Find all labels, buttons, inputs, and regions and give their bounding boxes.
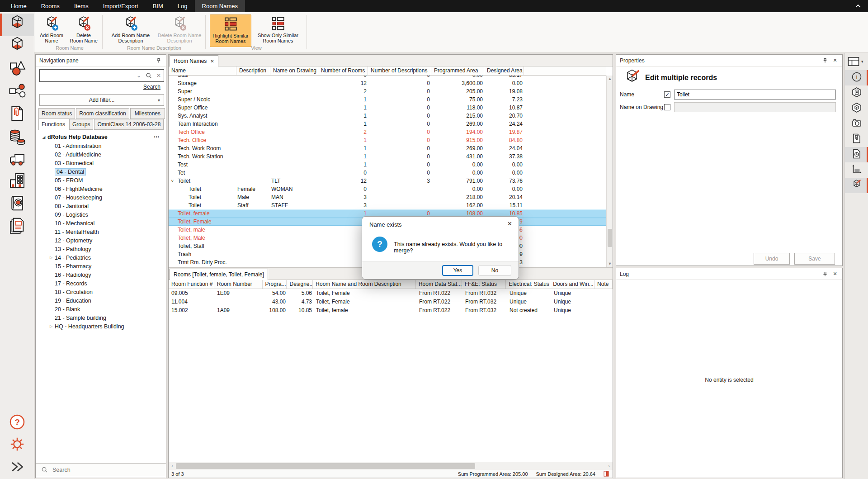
- add-room-name-description-button[interactable]: Add Room Name Description: [106, 14, 156, 47]
- sidebar-item-expand[interactable]: [0, 456, 34, 479]
- nav-bottom-search-input[interactable]: [52, 467, 166, 473]
- field-input-name-on-drawing[interactable]: [674, 102, 836, 112]
- tree-collapsed-icon[interactable]: ▷: [48, 256, 54, 260]
- sidebar-item-catalog[interactable]: [0, 194, 34, 216]
- sidebar-item-documents[interactable]: [0, 103, 34, 126]
- tab-groups[interactable]: Groups: [69, 119, 93, 130]
- tool-item-graph[interactable]: [845, 162, 868, 178]
- titlebar-tab-items[interactable]: Items: [67, 0, 96, 12]
- tree-item[interactable]: 01 - Administration: [36, 142, 166, 150]
- column-header-designed-area[interactable]: Designed Area: [484, 66, 524, 75]
- tree-menu-icon[interactable]: •••: [154, 135, 160, 139]
- tree-item[interactable]: 15 - Pharmacy: [36, 262, 166, 270]
- tree-item[interactable]: 10 - Mechanical: [36, 219, 166, 228]
- add-room-name-button[interactable]: Add Room Name: [37, 14, 66, 47]
- sidebar-item-items[interactable]: [0, 58, 34, 81]
- scrollbar-thumb[interactable]: [608, 229, 612, 247]
- table-row[interactable]: Tech Office20194.0019.87: [169, 128, 607, 136]
- sidebar-item-logistics[interactable]: [0, 149, 34, 171]
- search-clear-icon[interactable]: ✕: [154, 72, 164, 79]
- table-row[interactable]: Super20205.0019.08: [169, 87, 607, 95]
- close-icon[interactable]: ✕: [831, 270, 839, 278]
- column-header-designe-[interactable]: Designe...: [287, 280, 313, 289]
- tab-omniclass-14-2006-03-28[interactable]: OmniClass 14 2006-03-28: [94, 119, 164, 130]
- tree-item[interactable]: 02 - AdultMedicine: [36, 150, 166, 159]
- tree-item[interactable]: 03 - Biomedical: [36, 159, 166, 167]
- tab-milestones[interactable]: Milestones: [130, 108, 165, 119]
- column-header-room-number[interactable]: Room Number: [214, 280, 263, 289]
- tool-item-info[interactable]: i: [845, 70, 868, 85]
- ribbon-collapse-icon[interactable]: [854, 3, 862, 10]
- column-header-ff-e-status[interactable]: FF&E: Status: [462, 280, 506, 289]
- table-row[interactable]: Stall000.0085.17: [169, 76, 607, 79]
- tree-item[interactable]: 05 - EROM: [36, 176, 166, 185]
- titlebar-tab-log[interactable]: Log: [170, 0, 195, 12]
- sidebar-item-room-function[interactable]: [0, 35, 34, 58]
- tree-item[interactable]: 19 - Education: [36, 296, 166, 305]
- tree-item[interactable]: 12 - Optometry: [36, 236, 166, 245]
- tool-item-images[interactable]: [845, 116, 868, 132]
- tree-item[interactable]: ▷HQ - Headquarters Building: [36, 322, 166, 331]
- tree-item[interactable]: 08 - Janitorial: [36, 202, 166, 210]
- tool-item-history[interactable]: [845, 147, 868, 162]
- titlebar-tab-bim[interactable]: BIM: [146, 0, 170, 12]
- table-row[interactable]: Storage1203,600.000.00: [169, 79, 607, 87]
- checkbox-unchecked[interactable]: [664, 104, 670, 110]
- titlebar-tab-rooms[interactable]: Rooms: [34, 0, 67, 12]
- column-header-programmed-area[interactable]: Programmed Area: [431, 66, 484, 75]
- yes-button[interactable]: Yes: [442, 265, 473, 276]
- show-only-similar-room-names-button[interactable]: Show Only Similar Room Names: [253, 14, 303, 47]
- titlebar-tab-room-names[interactable]: Room Names: [195, 0, 245, 12]
- highlight-similar-room-names-button[interactable]: Highlight Similar Room Names: [210, 14, 251, 47]
- close-icon[interactable]: ✕: [507, 220, 512, 227]
- tool-item-attachments[interactable]: [845, 132, 868, 147]
- scroll-down-icon[interactable]: ▼: [607, 261, 613, 267]
- sidebar-item-finance[interactable]: [0, 127, 34, 149]
- pin-icon[interactable]: [155, 57, 162, 64]
- sidebar-item-systems[interactable]: [0, 81, 34, 104]
- table-row[interactable]: ToiletFemaleWOMAN00.000.00: [169, 185, 607, 193]
- tool-item-model[interactable]: [845, 101, 868, 116]
- column-header-description[interactable]: Description: [236, 66, 270, 75]
- table-row[interactable]: ToiletMaleMAN3218.0020.14: [169, 193, 607, 201]
- room-row[interactable]: 09.0051E0954.005.06Toilet, FemaleFrom RT…: [169, 289, 613, 298]
- tab-room-names[interactable]: Room Names ✕: [170, 55, 218, 66]
- checkbox-checked[interactable]: ✓: [664, 91, 670, 98]
- scroll-right-icon[interactable]: ›: [605, 462, 613, 470]
- table-row[interactable]: Sys. Analyst10215.0020.70: [169, 112, 607, 120]
- tree-item[interactable]: 20 - Blank: [36, 305, 166, 313]
- pin-icon[interactable]: [821, 270, 829, 278]
- column-header-room-function-[interactable]: Room Function #: [169, 280, 214, 289]
- column-header-progra-[interactable]: Progra...: [263, 280, 287, 289]
- table-row[interactable]: Super / Ncoic1075.007.23: [169, 95, 607, 104]
- titlebar-tab-home[interactable]: Home: [4, 0, 34, 12]
- table-row[interactable]: Super Office10118.0010.87: [169, 104, 607, 112]
- column-header-doors-and-win-[interactable]: Doors and Win...: [550, 280, 594, 289]
- tab-rooms[interactable]: Rooms [Toilet, female, Toilet, Female]: [170, 269, 268, 280]
- vertical-scrollbar[interactable]: ▲ ▼: [606, 76, 613, 267]
- collapse-icon[interactable]: ∨: [171, 177, 174, 185]
- room-row[interactable]: 11.00443.004.73Toilet, FemaleFrom RT.022…: [169, 298, 613, 306]
- table-row[interactable]: Test100.000.00: [169, 161, 607, 169]
- column-header-number-of-descriptions[interactable]: Number of Descriptions: [368, 66, 431, 75]
- sidebar-item-rooms[interactable]: [0, 14, 34, 36]
- search-link[interactable]: Search: [143, 84, 160, 90]
- column-header-name-on-drawing[interactable]: Name on Drawing: [270, 66, 318, 75]
- pin-icon[interactable]: [821, 57, 829, 64]
- layout-button[interactable]: ▾: [848, 57, 863, 66]
- column-header-room-name-and-room-description[interactable]: Room Name and Room Description: [313, 280, 416, 289]
- column-header-note[interactable]: Note: [594, 280, 613, 289]
- search-dropdown-icon[interactable]: ⌄: [134, 72, 144, 79]
- table-row[interactable]: ∨ToiletTLT123791.0073.76: [169, 177, 607, 185]
- tree-item[interactable]: 04 - Dental: [36, 167, 166, 176]
- nav-search-input[interactable]: [40, 70, 134, 81]
- room-row[interactable]: 15.0021A09108.0010.85Toilet, femaleFrom …: [169, 306, 613, 315]
- delete-room-name-button[interactable]: Delete Room Name: [67, 14, 100, 47]
- tree-root[interactable]: ◢dRofus Help Database•••: [36, 133, 166, 142]
- save-button[interactable]: Save: [794, 253, 835, 265]
- table-row[interactable]: Tech. Work Room10269.0024.04: [169, 144, 607, 152]
- close-icon[interactable]: ✕: [831, 57, 839, 64]
- tree-item[interactable]: 16 - Radiology: [36, 270, 166, 279]
- tree-item[interactable]: 11 - MentalHealth: [36, 228, 166, 236]
- tab-functions[interactable]: Functions: [38, 119, 68, 130]
